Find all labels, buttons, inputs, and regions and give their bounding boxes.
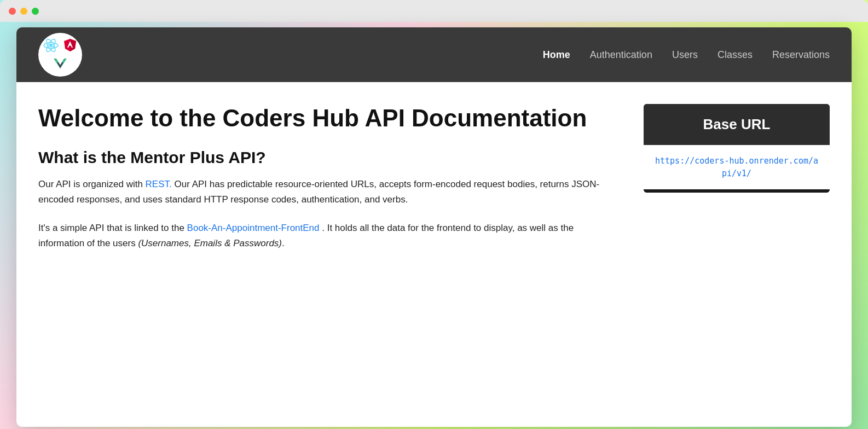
nav-link-reservations[interactable]: Reservations [772,49,830,60]
paragraph-2-italic: (Usernames, Emails & Passwords) [138,238,282,248]
svg-marker-9 [57,62,63,68]
nav-item-users[interactable]: Users [672,49,698,61]
nav-item-classes[interactable]: Classes [717,49,753,61]
nav-link-classes[interactable]: Classes [717,49,753,60]
paragraph-2-prefix: It's a simple API that is linked to the [38,223,187,233]
angular-icon [63,38,77,52]
nav-link-authentication[interactable]: Authentication [590,49,652,60]
base-url-header: Base URL [644,104,830,145]
base-url-title: Base URL [703,116,771,132]
paragraph-2: It's a simple API that is linked to the … [38,221,622,251]
react-icon [43,38,59,53]
page-title: Welcome to the Coders Hub API Documentat… [38,104,622,133]
paragraph-1-prefix: Our API is organized with [38,179,146,189]
base-url-link[interactable]: https://coders-hub.onrender.com/api/v1/ [655,156,818,178]
window-chrome [0,0,868,22]
nav-link-home[interactable]: Home [543,49,570,60]
paragraph-1: Our API is organized with REST. Our API … [38,177,622,207]
logo-icons [41,36,79,74]
base-url-card: Base URL https://coders-hub.onrender.com… [644,104,830,193]
base-url-bar [644,189,830,193]
logo [38,33,82,77]
frontend-link[interactable]: Book-An-Appointment-FrontEnd [187,223,320,233]
nav-link-users[interactable]: Users [672,49,698,60]
nav-item-reservations[interactable]: Reservations [772,49,830,61]
vue-icon [53,56,68,72]
nav-menu: Home Authentication Users Classes Reserv… [543,49,830,61]
section-title: What is the Mentor Plus API? [38,148,622,167]
close-button[interactable] [9,8,16,15]
rest-link[interactable]: REST. [146,179,172,189]
nav-item-authentication[interactable]: Authentication [590,49,652,61]
main-content: Welcome to the Coders Hub API Documentat… [16,82,852,410]
paragraph-2-end: . [282,238,285,248]
nav-item-home[interactable]: Home [543,49,570,61]
minimize-button[interactable] [20,8,27,15]
browser-window: Home Authentication Users Classes Reserv… [16,27,852,427]
content-area: Welcome to the Coders Hub API Documentat… [38,104,622,389]
svg-point-0 [49,44,53,47]
base-url-link-container: https://coders-hub.onrender.com/api/v1/ [644,145,830,189]
sidebar: Base URL https://coders-hub.onrender.com… [644,104,830,389]
maximize-button[interactable] [32,8,39,15]
navbar: Home Authentication Users Classes Reserv… [16,27,852,82]
